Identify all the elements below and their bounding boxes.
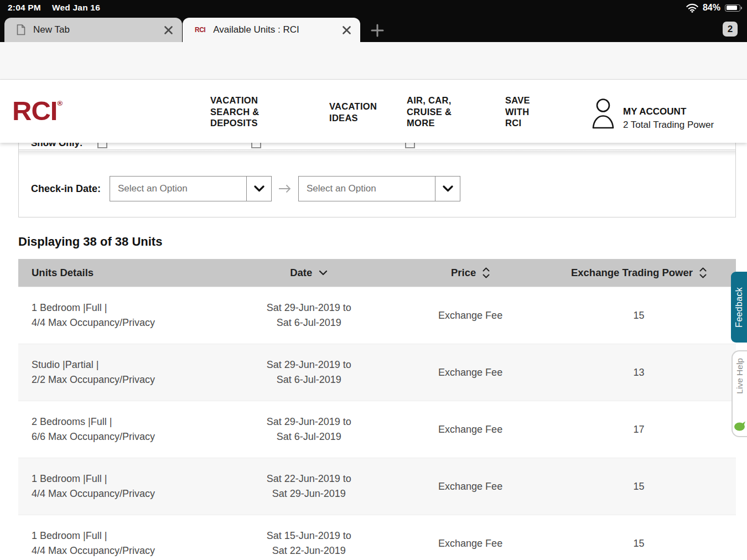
trading-power-cell: 17 xyxy=(521,424,736,435)
results-summary: Displaying 38 of 38 Units xyxy=(18,235,162,249)
rci-favicon: RCI xyxy=(195,26,205,34)
account-person-icon xyxy=(591,97,615,129)
column-price-sort[interactable]: Price xyxy=(451,267,490,279)
show-only-option[interactable] xyxy=(251,143,352,148)
date-cell: Sat 22-Jun-2019 toSat 29-Jun-2019 xyxy=(198,471,420,501)
tab-count: 2 xyxy=(728,24,733,35)
account-text: MY ACCOUNT 2 Total Trading Power xyxy=(623,97,714,131)
chat-bubble-icon xyxy=(734,421,746,432)
checkin-to-select[interactable]: Select an Option xyxy=(298,176,460,201)
account-trading-power: 2 Total Trading Power xyxy=(623,120,714,131)
status-time: 2:04 PM xyxy=(8,3,41,13)
rci-logo[interactable]: RCI® xyxy=(12,95,63,126)
nav-vacation-search-deposits[interactable]: VACATION SEARCH & DEPOSITS xyxy=(210,95,260,129)
show-only-row-clipped: Show Only: xyxy=(19,143,735,150)
new-tab-button[interactable] xyxy=(366,22,388,39)
rci-logo-text: RCI xyxy=(12,96,57,126)
tab-new-tab[interactable]: New Tab xyxy=(4,18,182,42)
trading-power-cell: 15 xyxy=(521,538,736,549)
checkbox[interactable] xyxy=(405,143,415,148)
column-units-details: Units Details xyxy=(18,267,198,279)
date-cell: Sat 29-Jun-2019 toSat 6-Jul-2019 xyxy=(198,414,420,444)
unit-details-cell: Studio |Partial |2/2 Max Occupancy/Priva… xyxy=(18,357,198,387)
column-trading-power-sort[interactable]: Exchange Trading Power xyxy=(550,267,707,279)
tab-available-units[interactable]: RCI Available Units : RCI xyxy=(183,18,360,42)
table-row[interactable]: 2 Bedrooms |Full |6/6 Max Occupancy/Priv… xyxy=(18,401,736,458)
wifi-icon xyxy=(686,3,698,13)
unit-details-cell: 1 Bedroom |Full |4/4 Max Occupancy/Priva… xyxy=(18,528,198,558)
battery-percent: 84% xyxy=(703,3,720,13)
show-only-label: Show Only: xyxy=(31,143,97,149)
chevron-down-icon xyxy=(435,177,460,201)
registered-mark: ® xyxy=(57,99,63,107)
tab-title: New Tab xyxy=(33,24,164,35)
date-cell: Sat 15-Jun-2019 toSat 22-Jun-2019 xyxy=(198,528,420,558)
checkbox[interactable] xyxy=(251,143,261,148)
table-row[interactable]: Studio |Partial |2/2 Max Occupancy/Priva… xyxy=(18,344,736,401)
sort-both-icon xyxy=(699,267,707,278)
price-cell: Exchange Fee xyxy=(420,538,521,549)
price-cell: Exchange Fee xyxy=(420,367,521,378)
screen: 2:04 PM Wed Jan 16 84% New Tab xyxy=(0,0,747,560)
account-title: MY ACCOUNT xyxy=(623,106,714,117)
close-tab-icon[interactable] xyxy=(342,25,351,35)
table-row[interactable]: 1 Bedroom |Full |4/4 Max Occupancy/Priva… xyxy=(18,515,736,560)
table-header: Units Details Date Price Exchange Tradin… xyxy=(18,259,736,287)
feedback-label: Feedback xyxy=(734,287,744,328)
tab-title: Available Units : RCI xyxy=(213,24,342,35)
nav-save-with-rci[interactable]: SAVE WITH RCI xyxy=(505,95,530,129)
feedback-tab[interactable]: Feedback xyxy=(731,272,747,343)
column-trading-power-label: Exchange Trading Power xyxy=(571,267,693,279)
tab-count-button[interactable]: 2 xyxy=(723,22,738,37)
close-tab-icon[interactable] xyxy=(164,25,173,35)
unit-details-cell: 2 Bedrooms |Full |6/6 Max Occupancy/Priv… xyxy=(18,414,198,444)
blank-page-icon xyxy=(17,24,25,35)
date-range-arrow-icon xyxy=(272,184,298,194)
checkin-date-label: Check-in Date: xyxy=(31,183,110,195)
status-right: 84% xyxy=(686,3,740,13)
column-date-label: Date xyxy=(290,267,312,279)
status-bar: 2:04 PM Wed Jan 16 84% xyxy=(0,0,747,17)
unit-details-cell: 1 Bedroom |Full |4/4 Max Occupancy/Priva… xyxy=(18,300,198,330)
scroll-shadow xyxy=(19,151,735,156)
trading-power-cell: 13 xyxy=(521,367,736,378)
plus-icon xyxy=(370,23,385,38)
column-date-sort[interactable]: Date xyxy=(290,267,328,279)
price-cell: Exchange Fee xyxy=(420,310,521,322)
table-row[interactable]: 1 Bedroom |Full |4/4 Max Occupancy/Priva… xyxy=(18,458,736,515)
trading-power-cell: 15 xyxy=(521,481,736,492)
filter-panel: Show Only: Check-in Date: Select an Opti… xyxy=(18,143,736,217)
units-table: Units Details Date Price Exchange Tradin… xyxy=(18,259,736,560)
live-help-label: Live Help xyxy=(735,358,745,394)
table-row[interactable]: 1 Bedroom |Full |4/4 Max Occupancy/Priva… xyxy=(18,287,736,344)
my-account[interactable]: MY ACCOUNT 2 Total Trading Power xyxy=(591,97,714,131)
unit-details-cell: 1 Bedroom |Full |4/4 Max Occupancy/Priva… xyxy=(18,471,198,501)
trading-power-cell: 15 xyxy=(521,310,736,322)
checkin-to-value: Select an Option xyxy=(307,183,376,194)
checkbox[interactable] xyxy=(97,143,107,148)
battery-icon xyxy=(725,4,740,12)
status-date: Wed Jan 16 xyxy=(52,3,100,13)
nav-vacation-ideas[interactable]: VACATION IDEAS xyxy=(329,101,377,123)
checkin-from-value: Select an Option xyxy=(118,183,188,194)
show-only-option[interactable] xyxy=(97,143,198,148)
nav-air-car-cruise-more[interactable]: AIR, CAR, CRUISE & MORE xyxy=(407,95,452,129)
price-cell: Exchange Fee xyxy=(420,481,521,492)
checkin-from-select[interactable]: Select an Option xyxy=(110,176,272,201)
column-price-label: Price xyxy=(451,267,476,279)
sort-descending-icon xyxy=(319,270,328,276)
chevron-down-icon xyxy=(246,177,271,201)
browser-toolbar: rci.com xyxy=(0,42,747,80)
browser-top-chrome: 2:04 PM Wed Jan 16 84% New Tab xyxy=(0,0,747,42)
live-help-tab[interactable]: Live Help xyxy=(732,350,747,437)
show-only-option[interactable] xyxy=(405,143,506,148)
checkin-date-row: Check-in Date: Select an Option Select a… xyxy=(31,176,460,201)
date-cell: Sat 29-Jun-2019 toSat 6-Jul-2019 xyxy=(198,300,420,330)
price-cell: Exchange Fee xyxy=(420,424,521,435)
date-cell: Sat 29-Jun-2019 toSat 6-Jul-2019 xyxy=(198,357,420,387)
status-left: 2:04 PM Wed Jan 16 xyxy=(8,3,100,13)
sort-both-icon xyxy=(483,267,490,278)
